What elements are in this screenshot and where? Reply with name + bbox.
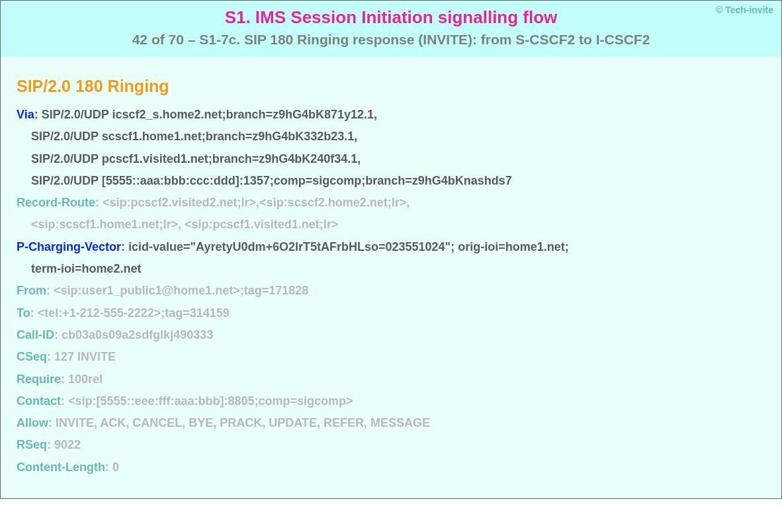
- p-charging-vector-line1: P-Charging-Vector: icid-value="AyretyU0d…: [17, 236, 765, 258]
- p-charging-vector-line2: term-ioi=home2.net: [17, 258, 765, 280]
- record-route-line2: <sip:scscf1.home1.net;lr>, <sip:pcscf1.v…: [17, 214, 765, 236]
- contact-name: Contact: [17, 394, 61, 408]
- record-route-name: Record-Route: [17, 196, 95, 209]
- content-length-header: Content-Length: 0: [17, 457, 765, 478]
- record-route-value-1: <sip:pcscf2.visited2.net;lr>,<sip:scscf2…: [103, 196, 410, 209]
- cseq-header: CSeq: 127 INVITE: [17, 346, 765, 368]
- require-header: Require: 100rel: [17, 369, 765, 390]
- require-value: 100rel: [68, 373, 103, 386]
- from-value: <sip:user1_public1@home1.net>;tag=171828: [54, 284, 308, 297]
- to-name: To: [17, 306, 30, 320]
- via-header-line4: SIP/2.0/UDP [5555::aaa:bbb:ccc:ddd]:1357…: [17, 170, 765, 192]
- to-value: <tel:+1-212-555-2222>;tag=314159: [38, 306, 230, 320]
- content-length-value: 0: [112, 461, 119, 474]
- allow-header: Allow: INVITE, ACK, CANCEL, BYE, PRACK, …: [17, 412, 765, 434]
- call-id-value: cb03a0s09a2sdfglkj490333: [62, 328, 213, 341]
- call-id-name: Call-ID: [17, 328, 54, 341]
- page-subtitle: 42 of 70 – S1-7c. SIP 180 Ringing respon…: [9, 32, 773, 48]
- from-header: From: <sip:user1_public1@home1.net>;tag=…: [17, 280, 765, 302]
- sip-message-body: SIP/2.0 180 Ringing Via: SIP/2.0/UDP ics…: [1, 57, 781, 498]
- call-id-header: Call-ID: cb03a0s09a2sdfglkj490333: [17, 324, 765, 346]
- credit-label: © Tech-invite: [716, 5, 773, 15]
- via-header-name: Via: [17, 108, 34, 121]
- contact-value: <sip:[5555::eee:fff:aaa:bbb]:8805;comp=s…: [68, 394, 353, 408]
- cseq-value: 127 INVITE: [54, 350, 116, 363]
- cseq-name: CSeq: [17, 350, 47, 363]
- to-header: To: <tel:+1-212-555-2222>;tag=314159: [17, 302, 765, 324]
- header: © Tech-invite S1. IMS Session Initiation…: [1, 1, 781, 57]
- from-name: From: [17, 284, 46, 297]
- require-name: Require: [17, 373, 61, 386]
- via-header-line3: SIP/2.0/UDP pcscf1.visited1.net;branch=z…: [17, 148, 765, 170]
- via-value-1: SIP/2.0/UDP icscf2_s.home2.net;branch=z9…: [42, 108, 377, 121]
- allow-name: Allow: [17, 416, 48, 429]
- contact-header: Contact: <sip:[5555::eee:fff:aaa:bbb]:88…: [17, 390, 765, 412]
- allow-value: INVITE, ACK, CANCEL, BYE, PRACK, UPDATE,…: [56, 416, 430, 429]
- rseq-name: RSeq: [17, 438, 47, 451]
- page-title: S1. IMS Session Initiation signalling fl…: [9, 7, 773, 28]
- via-header-line2: SIP/2.0/UDP scscf1.home1.net;branch=z9hG…: [17, 126, 765, 148]
- p-charging-vector-name: P-Charging-Vector: [17, 240, 121, 253]
- sip-status-line: SIP/2.0 180 Ringing: [17, 77, 765, 96]
- content-length-name: Content-Length: [17, 461, 105, 474]
- rseq-value: 9022: [54, 438, 81, 451]
- p-charging-vector-value-1: icid-value="AyretyU0dm+6O2IrT5tAFrbHLso=…: [128, 240, 569, 253]
- rseq-header: RSeq: 9022: [17, 434, 765, 456]
- record-route-line1: Record-Route: <sip:pcscf2.visited2.net;l…: [17, 192, 765, 214]
- via-header-line1: Via: SIP/2.0/UDP icscf2_s.home2.net;bran…: [17, 104, 765, 126]
